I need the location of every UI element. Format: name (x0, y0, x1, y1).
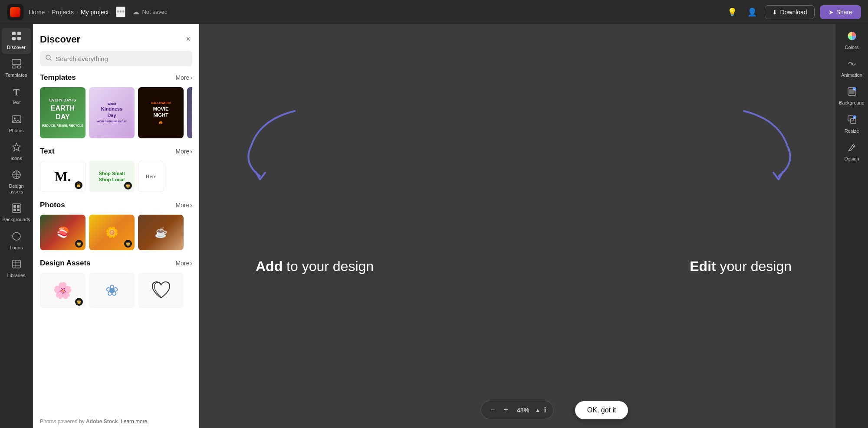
design-label: Design (844, 156, 859, 162)
download-icon: ⬇ (772, 9, 777, 16)
svg-rect-12 (13, 205, 16, 208)
more-options-button[interactable]: ••• (116, 7, 126, 17)
sidebar-item-text[interactable]: T Text (2, 83, 31, 109)
sidebar-item-icons[interactable]: Icons (2, 139, 31, 165)
svg-rect-6 (17, 66, 21, 68)
background-icon: + (847, 87, 857, 98)
zoom-chevron-icon[interactable]: ▲ (535, 407, 540, 413)
breadcrumb-current: My project (81, 9, 109, 16)
zoom-in-button[interactable]: + (501, 405, 511, 415)
template-card-earth-day[interactable]: EVERY DAY IS EARTH DAY REDUCE. REUSE. RE… (40, 87, 85, 138)
main-area: Discover Templates T Text (0, 24, 868, 428)
search-bar[interactable] (40, 51, 192, 66)
zoom-out-button[interactable]: − (488, 405, 498, 415)
template-halloween-text: HALLOWEEN MOVIE NIGHT 🎃 (151, 101, 171, 125)
resize-label: Resize (845, 128, 859, 134)
text-icon: T (13, 87, 20, 98)
app-logo[interactable] (7, 4, 23, 20)
photos-more-button[interactable]: More › (175, 202, 192, 209)
sidebar-item-logos[interactable]: Logos (2, 228, 31, 254)
photos-section-title: Photos (40, 201, 65, 209)
text-card-shop-text: Shop SmallShop Local (99, 170, 125, 183)
photo-card-coffee[interactable]: ☕ (138, 215, 184, 250)
breadcrumb-projects[interactable]: Projects (52, 9, 74, 16)
templates-more-button[interactable]: More › (175, 74, 192, 81)
discover-close-button[interactable]: × (184, 33, 192, 46)
discover-header: Discover × (33, 24, 199, 51)
template-card-extra[interactable] (187, 87, 192, 138)
design-assets-section-title: Design Assets (40, 259, 91, 268)
help-button[interactable]: 💡 (725, 5, 740, 20)
svg-point-24 (851, 63, 853, 65)
icons-icon (12, 142, 21, 154)
canvas-area[interactable]: Add to your design Edit your design − + … (199, 24, 835, 428)
text-card-here[interactable]: Here (138, 161, 164, 192)
sidebar-item-discover[interactable]: Discover (2, 28, 31, 54)
breadcrumb-home[interactable]: Home (29, 9, 45, 16)
svg-marker-9 (13, 143, 20, 151)
search-input[interactable] (56, 55, 187, 62)
info-button[interactable]: ℹ (544, 406, 546, 414)
photos-footer: Photos powered by Adobe Stock. Learn mor… (33, 415, 199, 428)
discover-icon (12, 31, 21, 43)
sidebar-item-libraries[interactable]: Libraries (2, 256, 31, 282)
svg-text:+: + (853, 88, 855, 91)
text-more-button[interactable]: More › (175, 148, 192, 155)
download-label: Download (780, 9, 807, 16)
template-card-kindness[interactable]: World Kindness Day WORLD KINDNESS DAY (89, 87, 135, 138)
right-sidebar-item-resize[interactable]: + Resize (837, 111, 867, 137)
svg-rect-1 (17, 32, 21, 35)
ok-got-it-button[interactable]: OK, got it (575, 401, 628, 419)
colors-icon (847, 31, 857, 43)
svg-rect-15 (17, 209, 20, 211)
template-card-halloween[interactable]: HALLOWEEN MOVIE NIGHT 🎃 (138, 87, 184, 138)
sidebar-item-backgrounds-label: Backgrounds (2, 217, 30, 222)
photos-grid: 🍣 👑 🌼 👑 ☕ (40, 215, 192, 250)
svg-rect-0 (12, 32, 16, 35)
photos-footer-text: Photos powered by Adobe Stock. Learn mor… (40, 418, 149, 425)
discover-panel: Discover × Templates More › (33, 24, 199, 428)
asset-card-heart[interactable] (138, 273, 184, 308)
learn-more-link[interactable]: Learn more. (121, 418, 149, 425)
asset-card-mandala[interactable]: 🌸 👑 (40, 273, 85, 308)
asset-card-flower[interactable]: ❀ (89, 273, 135, 308)
right-sidebar-item-colors[interactable]: Colors (837, 28, 867, 54)
right-sidebar-item-background[interactable]: + Background (837, 83, 867, 109)
share-button[interactable]: ➤ Share (820, 5, 861, 19)
sidebar-item-photos[interactable]: Photos (2, 111, 31, 137)
photo-premium-1: 👑 (75, 240, 83, 248)
download-button[interactable]: ⬇ Download (765, 5, 814, 19)
sidebar-item-backgrounds[interactable]: Backgrounds (2, 200, 31, 226)
right-sidebar-item-animation[interactable]: Animation (837, 56, 867, 82)
templates-grid: EVERY DAY IS EARTH DAY REDUCE. REUSE. RE… (40, 87, 192, 138)
text-card-modernist[interactable]: M. 👑 (40, 161, 85, 192)
svg-rect-3 (17, 37, 21, 40)
text-card-shop[interactable]: Shop SmallShop Local 👑 (89, 161, 135, 192)
design-icon (847, 143, 857, 154)
templates-icon (12, 59, 21, 71)
sidebar-item-discover-label: Discover (7, 45, 26, 50)
edit-arrow-svg (727, 102, 813, 189)
share-label: Share (836, 9, 852, 16)
account-button[interactable]: 👤 (745, 5, 760, 20)
design-assets-more-button[interactable]: More › (175, 260, 192, 267)
colors-label: Colors (845, 45, 859, 50)
sidebar-item-icons-label: Icons (10, 156, 22, 161)
template-earth-text: EVERY DAY IS EARTH DAY REDUCE. REUSE. RE… (42, 98, 83, 127)
text-card-here-text: Here (145, 173, 156, 180)
animation-label: Animation (841, 72, 862, 78)
zoom-level: 48% (514, 407, 532, 414)
sidebar-item-design-assets[interactable]: Design assets (2, 167, 31, 198)
photo-card-yellow[interactable]: 🌼 👑 (89, 215, 135, 250)
photo-card-salmon[interactable]: 🍣 👑 (40, 215, 85, 250)
sidebar-item-design-assets-label: Design assets (4, 183, 29, 195)
right-sidebar-item-design[interactable]: Design (837, 139, 867, 165)
search-icon (45, 54, 52, 63)
discover-title: Discover (40, 34, 80, 45)
svg-rect-17 (13, 260, 20, 268)
svg-rect-5 (12, 66, 16, 68)
sidebar-item-templates[interactable]: Templates (2, 56, 31, 82)
add-strong: Add (256, 258, 283, 274)
text-section: Text More › M. 👑 Shop SmallShop Local 👑 (33, 147, 199, 201)
share-icon: ➤ (829, 9, 834, 16)
